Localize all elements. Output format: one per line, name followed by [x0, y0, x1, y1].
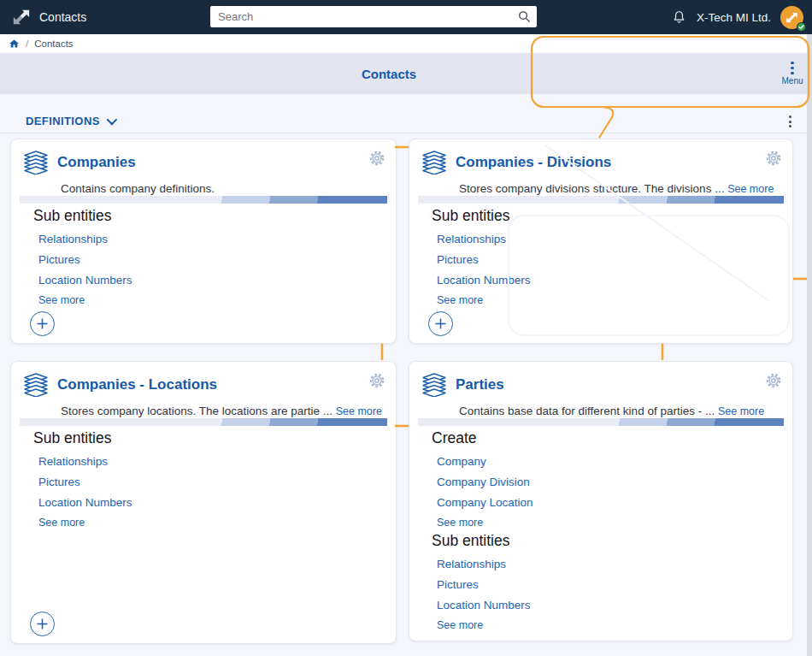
entity-link[interactable]: Relationships	[38, 455, 384, 468]
search-input[interactable]	[210, 10, 518, 23]
section-heading: Sub entities	[33, 429, 384, 447]
add-button[interactable]	[428, 311, 453, 336]
gear-icon[interactable]	[765, 150, 782, 167]
card-accent-strip	[20, 196, 387, 204]
add-button[interactable]	[30, 612, 55, 636]
description-text: Stores company divisions structure. The …	[459, 182, 724, 195]
card-description: Stores company locations. The locations …	[11, 405, 396, 417]
avatar-arrows-icon	[786, 11, 798, 24]
see-more-link[interactable]: See more	[38, 517, 384, 529]
page-title: Contacts	[0, 67, 778, 81]
section-heading: Sub entities	[432, 207, 780, 225]
plus-icon	[435, 318, 446, 329]
entity-card-companies: Companies Contains company definitions. …	[10, 139, 397, 344]
page-header: Contacts Menu	[0, 53, 812, 94]
entity-link[interactable]: Location Numbers	[38, 496, 384, 509]
bell-icon[interactable]	[671, 9, 687, 26]
card-title[interactable]: Companies - Locations	[57, 376, 217, 393]
top-bar: Contacts X-Tech MI Ltd.	[0, 0, 812, 34]
entity-card-parties: Parties Contains base data for different…	[409, 361, 793, 641]
description-text: Contains base data for different kind of…	[459, 405, 715, 417]
user-avatar[interactable]	[780, 6, 803, 29]
layer-stack-icon	[21, 373, 50, 397]
chevron-down-icon[interactable]	[106, 114, 117, 125]
layer-stack-icon	[21, 151, 50, 174]
section-heading: Sub entities	[432, 532, 780, 550]
plus-icon	[37, 318, 48, 329]
gear-icon[interactable]	[368, 150, 385, 167]
card-title[interactable]: Parties	[456, 376, 504, 393]
card-title[interactable]: Companies - Divisions	[456, 154, 611, 171]
see-more-link[interactable]: See more	[437, 294, 780, 306]
section-heading: Create	[432, 429, 780, 447]
entity-link[interactable]: Relationships	[437, 233, 780, 245]
see-more-link[interactable]: See more	[38, 294, 384, 306]
section-heading: Sub entities	[33, 207, 384, 225]
layer-stack-icon	[420, 151, 449, 174]
organization-name[interactable]: X-Tech MI Ltd.	[697, 11, 771, 24]
entity-link[interactable]: Pictures	[38, 253, 384, 266]
see-more-link[interactable]: See more	[437, 619, 780, 631]
entity-link[interactable]: Relationships	[437, 558, 780, 570]
see-more-link[interactable]: See more	[727, 183, 774, 195]
card-accent-strip	[418, 418, 784, 426]
definitions-kebab-icon[interactable]	[789, 115, 791, 127]
app-logo-icon[interactable]	[12, 8, 31, 27]
entity-link[interactable]: Company Location	[437, 496, 780, 509]
card-description: Stores company divisions structure. The …	[409, 182, 792, 195]
definitions-bar: DEFINITIONS	[0, 109, 812, 133]
layer-stack-icon	[420, 373, 449, 397]
plus-icon	[37, 618, 48, 629]
app-title: Contacts	[39, 10, 86, 24]
entity-link[interactable]: Company Division	[437, 476, 780, 488]
page-menu-label: Menu	[781, 76, 803, 86]
entity-card-companies-locations: Companies - Locations Stores company loc…	[10, 361, 397, 644]
entity-link[interactable]: Location Numbers	[38, 274, 384, 287]
card-title[interactable]: Companies	[57, 154, 136, 171]
entity-link[interactable]: Pictures	[437, 253, 780, 266]
see-more-link[interactable]: See more	[437, 517, 780, 529]
entity-link[interactable]: Location Numbers	[437, 599, 780, 612]
entity-link[interactable]: Pictures	[437, 578, 780, 591]
gear-icon[interactable]	[368, 372, 385, 389]
entity-link[interactable]: Location Numbers	[437, 274, 780, 287]
entity-link[interactable]: Relationships	[38, 233, 384, 245]
breadcrumb-separator: /	[26, 38, 28, 49]
description-text: Stores company locations. The locations …	[61, 405, 332, 417]
breadcrumb: / Contacts	[0, 34, 812, 53]
gear-icon[interactable]	[765, 372, 782, 389]
card-description: Contains base data for different kind of…	[409, 405, 792, 417]
scrollbar-track[interactable]	[807, 34, 812, 656]
add-button[interactable]	[30, 311, 55, 336]
card-accent-strip	[418, 196, 784, 204]
entity-link[interactable]: Company	[437, 455, 780, 468]
kebab-menu-icon	[791, 62, 794, 75]
entity-link[interactable]: Pictures	[38, 476, 384, 488]
card-accent-strip	[20, 418, 387, 426]
home-icon[interactable]	[9, 38, 20, 49]
check-badge-icon	[797, 22, 806, 32]
see-more-link[interactable]: See more	[336, 405, 382, 417]
breadcrumb-current[interactable]: Contacts	[34, 38, 73, 49]
card-description: Contains company definitions.	[11, 182, 396, 195]
see-more-link[interactable]: See more	[718, 405, 764, 417]
definitions-title[interactable]: DEFINITIONS	[26, 115, 100, 127]
search-icon[interactable]	[518, 10, 531, 23]
entity-card-companies-divisions: Companies - Divisions Stores company div…	[409, 139, 793, 344]
global-search[interactable]	[210, 6, 537, 27]
